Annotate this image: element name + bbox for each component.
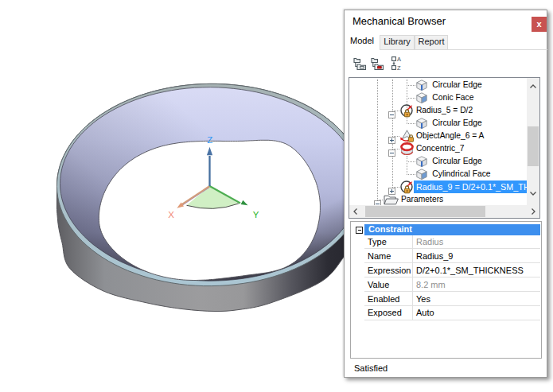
- svg-text:X: X: [168, 210, 174, 219]
- svg-text:Z: Z: [207, 135, 212, 145]
- svg-text:Y: Y: [253, 210, 259, 219]
- svg-text:A: A: [397, 56, 401, 63]
- svg-text:Z: Z: [397, 64, 401, 71]
